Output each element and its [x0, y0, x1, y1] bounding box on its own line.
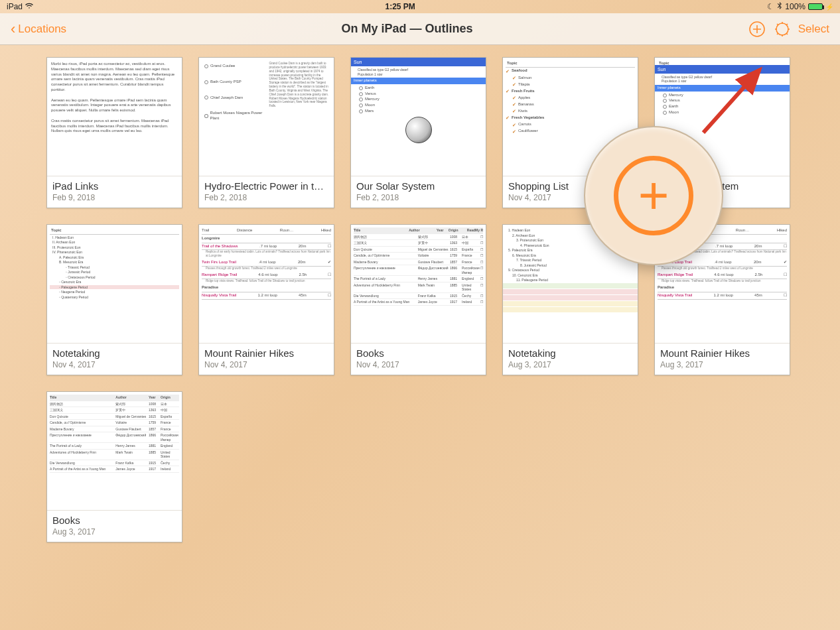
battery-pct: 100%: [785, 2, 805, 11]
document-card[interactable]: Grand Coulee Bath County PSP Chief Josep…: [198, 57, 334, 208]
charging-icon: ⚡: [825, 3, 833, 11]
document-card[interactable]: TrailDistanceRoun…HikedLongmire Trail of…: [198, 224, 334, 375]
card-title: Notetaking: [508, 347, 632, 359]
card-preview: TitleAuthorYearOrigin源氏物語紫式部1008日本三国演义罗贯…: [47, 392, 182, 510]
page-title: On My iPad — Outlines: [66, 22, 748, 36]
chevron-left-icon: ‹: [11, 22, 15, 36]
card-preview: Sun Classified as type G2 yellow dwarf P…: [351, 58, 486, 176]
card-date: Nov 4, 2017: [204, 360, 328, 369]
document-card[interactable]: Sun Classified as type G2 yellow dwarf P…: [350, 57, 486, 208]
card-title: iPad Links: [52, 180, 176, 192]
dnd-icon: ☾: [767, 2, 774, 11]
card-date: Feb 2, 2018: [204, 193, 328, 202]
card-title: Our Solar System: [660, 180, 784, 192]
document-card[interactable]: TrailDistanceRoun…HikedLongmire Trail of…: [654, 224, 790, 375]
card-date: Aug 3, 2017: [508, 360, 632, 369]
moon-icon: [405, 117, 432, 143]
card-preview: Topic ✔ Seafood✔ Salmon✔ Tilapia✔ Fresh …: [503, 58, 638, 176]
card-date: Nov 4, 2017: [356, 360, 480, 369]
card-title: Hydro-Electric Power in t…: [204, 180, 328, 192]
card-title: Notetaking: [52, 347, 176, 359]
settings-button[interactable]: [773, 20, 792, 38]
card-date: Feb 2, 2018: [356, 193, 480, 202]
document-card[interactable]: Morbi leo risus, iPad porta ac consectet…: [46, 57, 182, 208]
card-preview: TrailDistanceRoun…HikedLongmire Trail of…: [655, 225, 790, 343]
card-date: Aug 3, 2017: [52, 527, 176, 536]
wifi-icon: [25, 2, 33, 11]
card-date: Nov 4, 2017: [660, 193, 784, 202]
document-card[interactable]: Topic ✔ Seafood✔ Salmon✔ Tilapia✔ Fresh …: [502, 57, 638, 208]
card-preview: 1. Hadean Eon2. Archean Eon3. Proterozoi…: [503, 225, 638, 343]
card-preview: Grand Coulee Bath County PSP Chief Josep…: [199, 58, 334, 176]
nav-bar: ‹ Locations On My iPad — Outlines Select: [0, 13, 840, 45]
card-preview: Topic I. Hadean EonII. Archean EonIII. P…: [47, 225, 182, 343]
battery-icon: [808, 3, 823, 10]
card-date: Feb 9, 2018: [52, 193, 176, 202]
card-preview: Morbi leo risus, iPad porta ac consectet…: [47, 58, 182, 176]
back-button[interactable]: ‹ Locations: [11, 22, 66, 36]
card-title: Books: [52, 515, 176, 526]
preview-text: Morbi leo risus, iPad porta ac consectet…: [51, 62, 178, 134]
select-button[interactable]: Select: [798, 23, 829, 36]
card-preview: TrailDistanceRoun…HikedLongmire Trail of…: [199, 225, 334, 343]
card-title: Shopping List: [508, 180, 632, 192]
card-title: Mount Rainier Hikes: [204, 347, 328, 359]
document-card[interactable]: TitleAuthorYearOriginReadMy R源氏物語紫式部1008…: [350, 224, 486, 375]
document-card[interactable]: 1. Hadean Eon2. Archean Eon3. Proterozoi…: [502, 224, 638, 375]
document-card[interactable]: Topic I. Hadean EonII. Archean EonIII. P…: [46, 224, 182, 375]
add-button[interactable]: [748, 20, 766, 38]
card-date: Nov 4, 2017: [508, 193, 632, 202]
document-card[interactable]: Topic Sun Classified as type G2 yellow d…: [654, 57, 790, 208]
document-card[interactable]: TitleAuthorYearOrigin源氏物語紫式部1008日本三国演义罗贯…: [46, 391, 182, 542]
documents-grid: Morbi leo risus, iPad porta ac consectet…: [0, 45, 840, 554]
card-preview: TitleAuthorYearOriginReadMy R源氏物語紫式部1008…: [351, 225, 486, 343]
card-title: Our Solar System: [356, 180, 480, 192]
back-label: Locations: [18, 23, 66, 36]
card-date: Aug 3, 2017: [660, 360, 784, 369]
card-date: Nov 4, 2017: [52, 360, 176, 369]
card-title: Books: [356, 347, 480, 359]
clock: 1:25 PM: [33, 2, 767, 11]
bluetooth-icon: [777, 2, 782, 12]
card-title: Mount Rainier Hikes: [660, 347, 784, 359]
device-label: iPad: [7, 2, 23, 11]
status-bar: iPad 1:25 PM ☾ 100% ⚡: [0, 0, 840, 13]
card-preview: Topic Sun Classified as type G2 yellow d…: [655, 58, 790, 176]
